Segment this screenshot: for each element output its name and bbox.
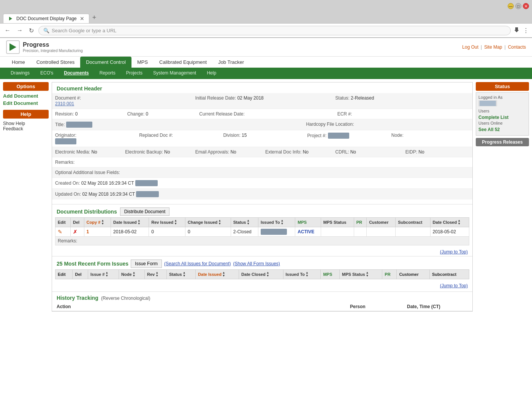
date-closed-col-header: Date Closed ▲▼ [433,219,467,225]
change-issued-sort-arrows[interactable]: ▲▼ [218,219,221,225]
date-closed-sort-arrows[interactable]: ▲▼ [458,219,461,225]
fi-th-pr: PR [382,270,397,279]
fi-status-sort[interactable]: ▲▼ [183,271,186,277]
created-on-cell: Created On: 02 May 2018 16:29:34 CT [52,179,472,187]
sitemap-link[interactable]: Site Map [484,44,502,50]
show-all-form-issues-link[interactable]: (Show All Form Issues) [233,261,280,266]
distribute-document-button[interactable]: Distribute Document [120,207,170,216]
revision-label: Revision: [55,111,74,117]
elec-media-label: Electronic Media: [55,149,91,155]
fi-rev-sort[interactable]: ▲▼ [155,271,158,277]
doc-number-cell: Document #: 2310 001 [52,95,192,107]
search-all-issues-link[interactable]: (Search All Issues for Document) [164,261,231,266]
sub-nav-system-management[interactable]: System Management [149,69,201,77]
dist-edit-icon[interactable]: ✎ [58,229,62,235]
options-button[interactable]: Options [3,82,49,91]
minimize-button[interactable]: — [508,3,514,9]
issue-num-sort[interactable]: ▲▼ [105,271,108,277]
fi-issued-to-sort[interactable]: ▲▼ [306,271,309,277]
sub-nav-documents[interactable]: Documents [59,69,93,77]
menu-icon[interactable]: ⋮ [523,27,529,34]
remarks-row: Remarks: [52,157,472,168]
sub-nav-help[interactable]: Help [202,69,221,77]
see-all-link[interactable]: See All 52 [478,127,526,132]
dist-subcontract-cell [396,227,430,237]
issue-form-button[interactable]: Issue Form [131,260,162,268]
fi-th-del: Del [73,270,88,279]
progress-releases-button[interactable]: Progress Releases [476,138,529,146]
maximize-button[interactable]: □ [515,3,521,9]
issued-to-sort-arrows[interactable]: ▲▼ [280,219,283,225]
add-document-link[interactable]: Add Document [3,92,49,100]
title-cell: Title: [52,121,303,128]
distributions-header: Document Distributions Distribute Docume… [52,204,472,217]
fi-mps-status-sort[interactable]: ▲▼ [366,271,369,277]
logo-text: Progress Precision, Integrated Manufactu… [23,41,83,53]
nav-home[interactable]: Home [6,57,31,68]
nav-mps[interactable]: MPS [131,57,154,68]
sub-nav-projects[interactable]: Projects [122,69,147,77]
th-mps-status: MPS Status [321,218,354,227]
current-release-label: Current Release Date: [199,111,244,117]
distribution-row: ✎ ✗ 1 2018-05-02 0 0 2-Closed [55,227,469,237]
active-tab[interactable]: DOC Document Display Page ✕ [3,14,89,23]
logout-link[interactable]: Log Out [462,44,478,50]
nav-calibrated-equipment[interactable]: Calibrated Equipment [154,57,212,68]
originator-value [55,138,76,144]
new-tab-button[interactable]: + [89,12,100,23]
show-help-link[interactable]: Show Help Feedback [3,120,49,132]
close-button[interactable]: ✕ [523,3,529,9]
address-bar: ← → ↻ 🔍 Search Google or type a URL 🡇 ⋮ [0,23,532,38]
sub-nav-ecos[interactable]: ECO's [36,69,58,77]
status-sort-arrows[interactable]: ▲▼ [247,219,250,225]
field-row-4: Originator: Replaced Doc #: Division: 15… [52,130,472,147]
change-issued-col-header: Change Issued ▲▼ [188,219,228,225]
nav-document-control[interactable]: Document Control [80,57,131,68]
date-issued-sort-arrows[interactable]: ▲▼ [138,219,141,225]
sub-nav-reports[interactable]: Reports [95,69,120,77]
users-online-label: Users Online [478,121,526,125]
nav-job-tracker[interactable]: Job Tracker [212,57,250,68]
back-button[interactable]: ← [3,26,12,35]
tab-close-button[interactable]: ✕ [80,16,84,22]
window-controls[interactable]: — □ ✕ [508,3,529,9]
edit-document-link[interactable]: Edit Document [3,100,49,107]
initial-release-cell: Initial Release Date: 02 May 2018 [192,95,332,107]
fi-th-issued-to: Issued To ▲▼ [283,270,321,279]
dist-jump-to-top[interactable]: (Jump to Top) [52,248,472,256]
fi-date-issued-sort[interactable]: ▲▼ [222,271,225,277]
complete-list-link[interactable]: Complete List [478,115,526,120]
forward-button[interactable]: → [15,26,24,35]
mps-status-col-header: MPS Status [323,220,352,225]
fi-th-rev: Rev ▲▼ [144,270,166,279]
node-sort[interactable]: ▲▼ [133,271,136,277]
cdrl-cell: CDRL: No [332,149,402,155]
change-label: Change: [127,111,144,117]
doc-header-section: Document Header Document #: 2310 001 Ini… [52,82,472,203]
fi-date-closed-sort[interactable]: ▲▼ [266,271,269,277]
hardcopy-cell: Hardcopy File Location: [303,121,472,128]
rev-issued-sort-arrows[interactable]: ▲▼ [174,219,177,225]
dist-copy-link[interactable]: 1 [87,229,89,234]
dist-mps-cell: ACTIVE [295,227,321,237]
help-button[interactable]: Help [3,110,49,119]
doc-number-value[interactable]: 2310 001 [55,101,189,106]
elec-backup-cell: Electronic Backup: No [122,149,192,155]
copy-sort-arrows[interactable]: ▲▼ [101,219,104,225]
url-input[interactable]: 🔍 Search Google or type a URL [38,26,511,35]
dist-del-icon[interactable]: ✗ [73,229,78,235]
originator-label: Originator: [55,133,133,138]
dist-mps-link[interactable]: ACTIVE [298,229,314,234]
sub-nav-drawings[interactable]: Drawings [6,69,34,77]
nav-controlled-stores[interactable]: Controlled Stores [31,57,80,68]
created-on-label: Created On: [55,180,81,186]
form-issues-jump-to-top[interactable]: (Jump to Top) [52,282,472,290]
issued-to-col-header: Issued To ▲▼ [261,219,293,225]
extensions-icon[interactable]: 🡇 [514,27,520,34]
updated-on-label: Updated On: [55,192,82,197]
history-datetime-col: Date, Time (CT) [407,304,468,309]
ext-doc-label: External Doc Info: [265,149,303,155]
reload-button[interactable]: ↻ [27,26,35,35]
optional-fields-cell: Optional Additional Issue Fields: [52,169,472,176]
contacts-link[interactable]: Contacts [508,44,526,50]
